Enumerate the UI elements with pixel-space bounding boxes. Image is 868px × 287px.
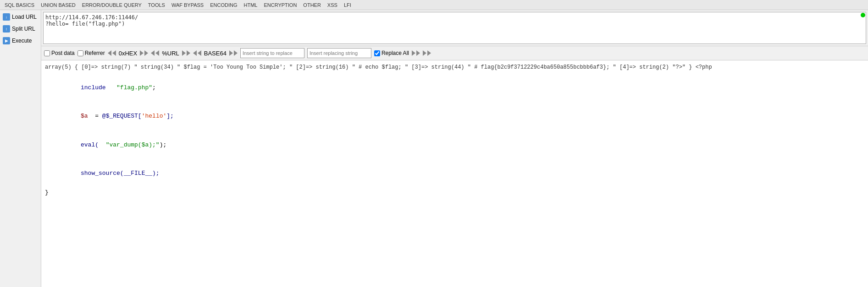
- post-data-checkbox[interactable]: [44, 50, 50, 56]
- code-line-1: $a = @$_REQUEST['hello'];: [45, 103, 864, 131]
- hex-left-arrow-icon: [108, 50, 111, 56]
- replace-all-right-icon2: [416, 50, 420, 56]
- base64-right-arrow-icon: [229, 50, 233, 56]
- kw-space2: [99, 141, 106, 148]
- base64-right-arrow[interactable]: [229, 50, 238, 56]
- result-line: array(5) { [0]=> string(7) " string(34) …: [45, 63, 864, 72]
- nav-html[interactable]: HTML: [241, 1, 260, 9]
- kw-eval-close: );: [160, 141, 167, 148]
- nav-encoding[interactable]: ENCODING: [207, 1, 240, 9]
- insert-replacing-input[interactable]: [307, 48, 371, 58]
- replace-all-checkbox[interactable]: [374, 50, 380, 56]
- kw-eq: =: [88, 113, 102, 119]
- referrer-checkbox[interactable]: [77, 50, 83, 56]
- load-url-label: Load URL: [12, 14, 37, 20]
- kw-vardump-str: "var_dump($a);": [106, 141, 160, 148]
- split-url-label: Split URL: [12, 26, 35, 32]
- referrer-label: Referrer: [85, 50, 105, 56]
- hex-left-arrow[interactable]: [108, 50, 116, 56]
- base64-left-arrow-icon2: [198, 50, 201, 56]
- nav-encryption[interactable]: ENCRYPTION: [261, 1, 299, 9]
- nav-other[interactable]: OTHER: [300, 1, 324, 9]
- url-label: %URL: [162, 50, 179, 57]
- content-area: http://114.67.246.176:11446/ ?hello= fil…: [41, 10, 868, 287]
- hex-left-arrow-icon2: [112, 50, 116, 56]
- url-right-arrow-icon2: [187, 50, 190, 56]
- kw-hello: 'hello': [142, 113, 167, 119]
- code-line-2: eval( "var_dump($a);");: [45, 131, 864, 159]
- hex-right-arrow[interactable]: [140, 50, 148, 56]
- nav-lfi[interactable]: LFI: [341, 1, 354, 9]
- kw-showsource: show_source(__FILE__);: [81, 170, 160, 177]
- nav-waf-bypass[interactable]: WAF BYPASS: [169, 1, 206, 9]
- url-left-arrow-icon: [151, 50, 155, 56]
- base64-label: BASE64: [204, 50, 227, 57]
- execute-icon: ▶: [3, 37, 10, 44]
- hex-right-arrow-icon2: [144, 50, 148, 56]
- top-nav: SQL BASICS UNION BASED ERROR/DOUBLE QUER…: [0, 0, 868, 10]
- url-left-arrow[interactable]: [151, 50, 159, 56]
- code-line-3: show_source(__FILE__);: [45, 159, 864, 188]
- kw-space: [106, 84, 116, 91]
- kw-request: @$_REQUEST[: [102, 113, 142, 119]
- url-right-arrow-icon: [182, 50, 186, 56]
- base64-left-arrow-icon: [193, 50, 197, 56]
- referrer-group[interactable]: Referrer: [77, 50, 105, 56]
- base64-left-arrow[interactable]: [193, 50, 201, 56]
- kw-var-a: $a: [81, 113, 88, 119]
- replace-all-right-icon: [412, 50, 415, 56]
- load-url-icon: ↓: [3, 13, 10, 21]
- code-block: include "flag.php"; $a = @$_REQUEST['hel…: [45, 74, 864, 197]
- url-area: http://114.67.246.176:11446/ ?hello= fil…: [41, 10, 868, 46]
- nav-error-double-query[interactable]: ERROR/DOUBLE QUERY: [79, 1, 144, 9]
- execute-button[interactable]: ▶ Execute: [1, 36, 40, 46]
- hex-right-arrow-icon: [140, 50, 144, 56]
- code-line-0: include "flag.php";: [45, 74, 864, 102]
- post-data-label: Post data: [51, 50, 75, 56]
- replace-all-right-arrow[interactable]: [412, 50, 420, 56]
- nav-union-based[interactable]: UNION BASED: [38, 1, 78, 9]
- kw-semi: ;: [152, 84, 156, 91]
- split-url-icon: ↕: [3, 25, 10, 32]
- nav-xss[interactable]: XSS: [325, 1, 340, 9]
- replace-all-right-arrow2[interactable]: [423, 50, 431, 56]
- status-dot: [861, 13, 865, 17]
- kw-filename: "flag.php": [116, 84, 152, 91]
- url-right-arrow[interactable]: [182, 50, 190, 56]
- replace-all-right-icon3: [423, 50, 426, 56]
- kw-eval: eval(: [81, 141, 99, 148]
- hex-label: 0xHEX: [119, 50, 137, 57]
- sidebar: ↓ Load URL ↕ Split URL ▶ Execute: [0, 10, 41, 287]
- replace-all-label: Replace All: [381, 50, 409, 56]
- post-data-group[interactable]: Post data: [44, 50, 75, 56]
- toolbar-row: Post data Referrer 0xHEX %URL: [41, 46, 868, 60]
- kw-include: include: [81, 84, 106, 91]
- kw-bracket: ];: [166, 113, 174, 119]
- output-area: array(5) { [0]=> string(7) " string(34) …: [41, 60, 868, 287]
- main-layout: ↓ Load URL ↕ Split URL ▶ Execute http://…: [0, 10, 868, 287]
- code-line-closing: }: [45, 188, 864, 198]
- nav-sql-basics[interactable]: SQL BASICS: [2, 1, 37, 9]
- url-left-arrow-icon2: [155, 50, 159, 56]
- url-input[interactable]: http://114.67.246.176:11446/ ?hello= fil…: [43, 12, 866, 44]
- replace-all-right-icon4: [427, 50, 431, 56]
- nav-tools[interactable]: TOOLS: [145, 1, 168, 9]
- split-url-button[interactable]: ↕ Split URL: [1, 24, 40, 34]
- base64-right-arrow-icon2: [234, 50, 238, 56]
- insert-replace-input[interactable]: [240, 48, 304, 58]
- replace-all-group[interactable]: Replace All: [374, 50, 409, 56]
- load-url-button[interactable]: ↓ Load URL: [1, 12, 40, 22]
- execute-label: Execute: [12, 38, 32, 44]
